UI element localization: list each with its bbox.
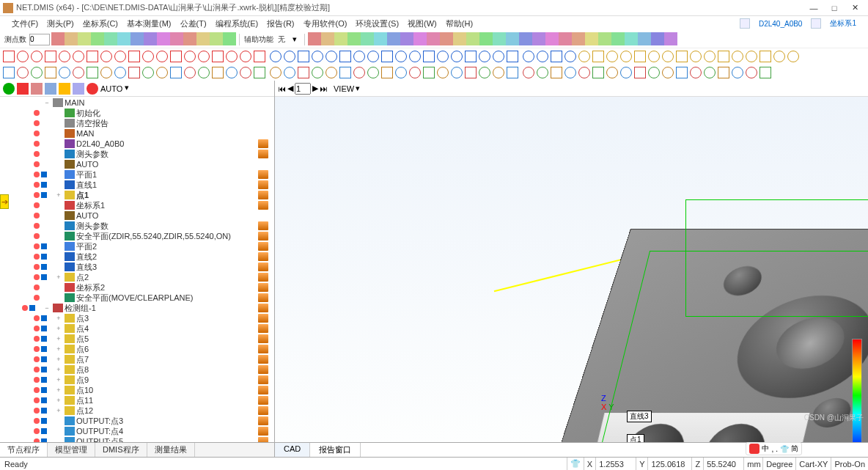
tool-icon[interactable] bbox=[519, 32, 532, 45]
shape-icon[interactable] bbox=[381, 51, 393, 62]
eye-icon[interactable] bbox=[34, 336, 40, 342]
tool-icon[interactable] bbox=[91, 32, 104, 45]
tool-icon[interactable] bbox=[308, 32, 321, 45]
shape-icon[interactable] bbox=[662, 51, 674, 62]
trash-icon[interactable] bbox=[258, 191, 268, 199]
tool-icon[interactable] bbox=[117, 32, 130, 45]
tool-icon[interactable] bbox=[598, 32, 611, 45]
shape-icon[interactable] bbox=[339, 67, 351, 78]
shape-icon[interactable] bbox=[437, 67, 449, 78]
tree-row[interactable]: +点12 bbox=[0, 405, 274, 416]
tool-icon[interactable] bbox=[651, 32, 664, 45]
expand-icon[interactable]: + bbox=[54, 191, 63, 199]
shape-icon[interactable] bbox=[465, 51, 477, 62]
tool-icon[interactable] bbox=[144, 32, 157, 45]
eye-icon[interactable] bbox=[34, 131, 40, 136]
trash-icon[interactable] bbox=[258, 201, 268, 210]
shape-icon[interactable] bbox=[212, 67, 224, 78]
flag-icon[interactable] bbox=[41, 326, 47, 331]
eye-icon[interactable] bbox=[34, 243, 40, 249]
shape-icon[interactable] bbox=[634, 67, 646, 78]
tool-icon[interactable] bbox=[400, 32, 413, 45]
tool-icon[interactable] bbox=[664, 32, 677, 45]
shape-icon[interactable] bbox=[493, 51, 504, 62]
tool-icon[interactable] bbox=[611, 32, 625, 45]
tree-tab[interactable]: DMIS程序 bbox=[95, 443, 147, 457]
menu-item[interactable]: 报告(R) bbox=[262, 19, 298, 28]
tool-icon[interactable] bbox=[638, 32, 651, 45]
expand-icon[interactable]: + bbox=[54, 273, 63, 281]
shape-icon[interactable] bbox=[59, 51, 70, 62]
shape-icon[interactable] bbox=[592, 67, 604, 78]
maximize-button[interactable]: □ bbox=[824, 4, 845, 12]
shape-icon[interactable] bbox=[100, 67, 112, 78]
shape-icon[interactable] bbox=[73, 67, 84, 78]
tool-icon[interactable] bbox=[559, 32, 572, 45]
mode-dropdown-icon[interactable]: ▾ bbox=[125, 83, 136, 95]
tree-row[interactable]: 测头参数 bbox=[0, 221, 274, 231]
shape-icon[interactable] bbox=[507, 67, 518, 78]
view-dropdown-icon[interactable]: ▾ bbox=[356, 84, 360, 93]
tool-icon[interactable] bbox=[532, 32, 545, 45]
eye-icon[interactable] bbox=[34, 326, 40, 331]
program-tree[interactable]: −MAIN初始化清空报告MAND2L40_A0B0测头参数AUTO平面1直线1+… bbox=[0, 97, 274, 442]
shape-icon[interactable] bbox=[704, 67, 716, 78]
shape-icon[interactable] bbox=[114, 51, 126, 62]
flag-icon[interactable] bbox=[29, 305, 35, 311]
tool-icon[interactable] bbox=[321, 32, 334, 45]
menu-item[interactable]: 专用软件(O) bbox=[299, 19, 352, 28]
tree-row[interactable]: 初始化 bbox=[0, 108, 274, 118]
shape-icon[interactable] bbox=[17, 67, 29, 78]
menu-item[interactable]: 帮助(H) bbox=[441, 19, 477, 28]
tool-icon[interactable] bbox=[130, 32, 144, 45]
tree-row[interactable]: 测头参数 bbox=[0, 149, 274, 159]
trash-icon[interactable] bbox=[258, 242, 268, 251]
tree-row[interactable]: +点8 bbox=[0, 364, 274, 375]
shape-icon[interactable] bbox=[353, 51, 365, 62]
tree-row[interactable]: MAN bbox=[0, 128, 274, 139]
tree-row[interactable]: −检测组-1 bbox=[0, 303, 274, 313]
trash-icon[interactable] bbox=[258, 170, 268, 179]
shape-icon[interactable] bbox=[142, 51, 154, 62]
tree-row[interactable]: +点2 bbox=[0, 272, 274, 282]
tool-icon[interactable] bbox=[374, 32, 387, 45]
shape-icon[interactable] bbox=[592, 51, 604, 62]
tree-row[interactable]: 直线2 bbox=[0, 251, 274, 262]
shape-icon[interactable] bbox=[523, 51, 534, 62]
tool-icon[interactable] bbox=[51, 32, 65, 45]
trash-icon[interactable] bbox=[258, 314, 268, 323]
shape-icon[interactable] bbox=[648, 51, 660, 62]
trash-icon[interactable] bbox=[258, 365, 268, 374]
tree-row[interactable]: 坐标系2 bbox=[0, 282, 274, 293]
flag-icon[interactable] bbox=[41, 264, 47, 270]
trash-icon[interactable] bbox=[258, 262, 268, 271]
tree-row[interactable]: OUTPUT:点3 bbox=[0, 416, 274, 426]
trash-icon[interactable] bbox=[258, 334, 268, 343]
shape-icon[interactable] bbox=[760, 51, 771, 62]
minimize-button[interactable]: — bbox=[803, 4, 824, 12]
shape-icon[interactable] bbox=[634, 51, 646, 62]
shape-icon[interactable] bbox=[31, 67, 43, 78]
tree-row[interactable]: +点6 bbox=[0, 344, 274, 354]
shape-icon[interactable] bbox=[690, 67, 702, 78]
shape-icon[interactable] bbox=[156, 67, 168, 78]
shape-icon[interactable] bbox=[45, 51, 56, 62]
tree-row[interactable]: 安全平面(ZDIR,55.5240,ZDIR,55.5240,ON) bbox=[0, 231, 274, 241]
trash-icon[interactable] bbox=[258, 273, 268, 282]
shape-icon[interactable] bbox=[773, 51, 785, 62]
tool-icon[interactable] bbox=[78, 32, 91, 45]
expand-icon[interactable]: + bbox=[54, 386, 63, 394]
side-expand-icon[interactable]: ➔ bbox=[0, 194, 9, 209]
eye-icon[interactable] bbox=[34, 397, 40, 403]
eye-icon[interactable] bbox=[34, 161, 40, 167]
stop-icon[interactable] bbox=[17, 83, 29, 95]
ime-comma[interactable]: , bbox=[771, 445, 773, 453]
tree-row[interactable]: OUTPUT:点4 bbox=[0, 426, 274, 436]
tree-row[interactable]: +点3 bbox=[0, 313, 274, 323]
tool-icon[interactable] bbox=[334, 32, 347, 45]
tool-icon[interactable] bbox=[585, 32, 598, 45]
tool-icon[interactable] bbox=[479, 32, 493, 45]
shape-icon[interactable] bbox=[732, 67, 743, 78]
expand-icon[interactable]: − bbox=[43, 99, 51, 106]
eye-icon[interactable] bbox=[34, 172, 40, 177]
